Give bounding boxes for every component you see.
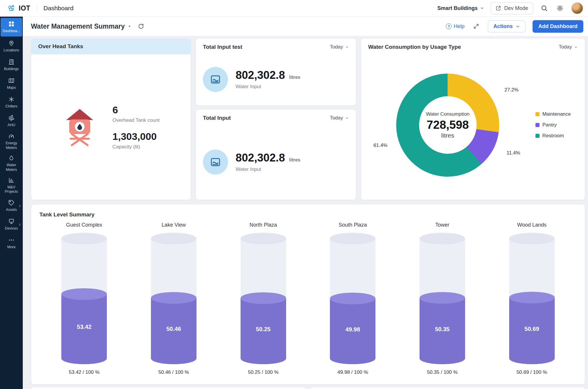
page-title: Dashboard <box>44 5 74 12</box>
tank-name: Guest Complex <box>66 222 102 228</box>
help-button[interactable]: ? Help <box>446 23 465 29</box>
actions-label: Actions <box>493 23 513 29</box>
usage-donut: Water Consumption 728,598 litres 27.2% 1… <box>396 74 499 177</box>
sidebar-item-chillers[interactable]: Chillers <box>0 93 23 112</box>
card-title: Water Consumption by Usage Type <box>368 44 461 50</box>
capacity-value: 1,303,000 <box>112 131 159 142</box>
sidebar-item-label: Maps <box>7 86 16 90</box>
building-icon <box>8 59 15 65</box>
summary-row: Over Head Tanks 6 <box>31 38 585 200</box>
map-icon <box>8 77 15 84</box>
sidebar-item-devices[interactable]: Devices <box>0 215 23 234</box>
chevron-down-icon <box>345 45 349 49</box>
air-flow-icon <box>8 115 15 121</box>
legend-swatch <box>535 112 540 116</box>
sidebar-item-more[interactable]: More <box>0 234 23 253</box>
help-icon: ? <box>446 23 452 29</box>
user-avatar[interactable] <box>571 2 583 14</box>
device-icon <box>8 218 15 225</box>
tank-cylinder: 53.42 <box>61 233 107 364</box>
sidebar-item-label: Energy Meters <box>1 141 22 150</box>
total-input-test-card: Total Input test Today <box>196 38 356 106</box>
tank-caption: 50.46 / 100 % <box>159 369 189 375</box>
search-icon[interactable] <box>540 4 549 13</box>
tank-fill: 50.69 <box>509 298 555 364</box>
dev-mode-button[interactable]: Dev Mode <box>490 2 533 14</box>
sidebar-item-assets[interactable]: Assets <box>0 197 23 215</box>
sidebar-item-buildings[interactable]: Buildings <box>0 56 23 74</box>
period-dropdown[interactable]: Today <box>330 115 349 121</box>
tank-gauge-south-plaza: South Plaza 49.98 49.98 / 100 % <box>321 222 385 375</box>
chevron-right-icon <box>18 223 21 226</box>
overhead-tanks-card: Over Head Tanks 6 <box>31 38 191 200</box>
tank-name: Tower <box>435 222 449 228</box>
refresh-icon[interactable] <box>137 22 145 31</box>
tank-count-value: 6 <box>112 104 159 116</box>
segment-label-pantry: 11.4% <box>507 150 520 156</box>
donut-center-value: 728,598 <box>427 118 469 131</box>
legend-swatch <box>535 134 540 138</box>
overhead-tanks-header: Over Head Tanks <box>31 39 191 54</box>
org-selector[interactable]: Smart Buildings <box>437 5 484 11</box>
sidebar-item-dashboard[interactable]: Dashboa... <box>1 18 22 37</box>
water-input-value: 802,302.8 <box>236 69 285 81</box>
tank-gauges-row: Guest Complex 53.42 53.42 / 100 % Lake V… <box>39 222 577 375</box>
card-title: Tank Level Summary <box>39 211 577 218</box>
tank-gauge-lake-view: Lake View 50.46 50.46 / 100 % <box>142 222 206 375</box>
snowflake-icon <box>8 96 15 103</box>
tank-caption: 53.42 / 100 % <box>69 369 100 375</box>
add-dashboard-button[interactable]: Add Dashboard <box>533 20 583 33</box>
tank-fill: 50.25 <box>241 298 286 364</box>
sidebar-item-energy-meters[interactable]: Energy Meters <box>0 131 23 152</box>
water-input-caption: Water Input <box>236 166 300 172</box>
overhead-tanks-stats: 6 Overhead Tank count 1,303,000 Capacity… <box>112 104 159 150</box>
sidebar-item-label: Chillers <box>5 104 18 109</box>
sidebar-item-mv-projects[interactable]: M&V Projects <box>0 175 23 197</box>
sidebar-item-label: Devices <box>5 226 18 231</box>
donut-center-unit: litres <box>441 132 454 139</box>
usage-legend: Maintenance Pantry Restroom <box>535 111 571 139</box>
tank-fill-value: 49.98 <box>330 326 375 333</box>
period-label: Today <box>559 44 572 50</box>
gear-icon[interactable] <box>555 4 565 13</box>
card-title: Total Input test <box>203 44 242 50</box>
sidebar-item-label: Locations <box>4 48 19 53</box>
legend-item-restroom: Restroom <box>535 133 571 139</box>
sidebar-item-maps[interactable]: Maps <box>0 74 23 93</box>
tank-fill: 50.35 <box>420 298 465 364</box>
dashboard-title-dropdown[interactable]: Water Management Summary <box>31 22 131 30</box>
tank-fill-value: 50.69 <box>509 326 555 332</box>
card-title: Total Input <box>203 115 231 121</box>
chevron-right-icon <box>18 204 21 207</box>
sidebar-item-water-meters[interactable]: Water Meters <box>0 152 23 174</box>
water-drop-icon <box>8 155 15 161</box>
sidebar-item-ahu[interactable]: AHU <box>0 112 23 131</box>
expand-icon[interactable] <box>472 22 481 31</box>
value-block: 802,302.8 litres Water Input <box>236 152 300 172</box>
water-input-unit: litres <box>289 75 300 80</box>
dashboard-title: Water Management Summary <box>31 22 125 30</box>
next-row-partial <box>31 387 585 389</box>
sidebar: Dashboa... Locations Buildings Maps <box>0 17 23 389</box>
dashboard-header: Water Management Summary ? Help Actions … <box>23 17 588 36</box>
chevron-down-icon <box>574 45 578 49</box>
period-dropdown[interactable]: Today <box>559 44 578 50</box>
legend-label: Pantry <box>542 122 557 128</box>
card-header: Total Input test Today <box>196 39 356 53</box>
location-pin-icon <box>8 40 15 46</box>
period-label: Today <box>330 44 343 50</box>
input-cards-column: Total Input test Today <box>196 38 356 200</box>
sidebar-item-locations[interactable]: Locations <box>0 37 23 56</box>
actions-button[interactable]: Actions <box>488 20 526 32</box>
tank-cylinder: 50.35 <box>420 233 465 364</box>
period-dropdown[interactable]: Today <box>330 44 349 50</box>
partial-card <box>31 387 306 389</box>
card-body: 802,302.8 litres Water Input <box>196 124 356 200</box>
sidebar-item-label: More <box>7 245 15 250</box>
tank-name: Lake View <box>162 222 186 228</box>
tank-fill-value: 53.42 <box>61 324 107 330</box>
card-header: Total Input Today <box>196 110 356 124</box>
usage-type-card: Water Consumption by Usage Type Today Wa… <box>361 38 585 200</box>
capacity-caption: Capacity (lit) <box>112 144 159 150</box>
brand-name: IOT <box>19 4 30 12</box>
